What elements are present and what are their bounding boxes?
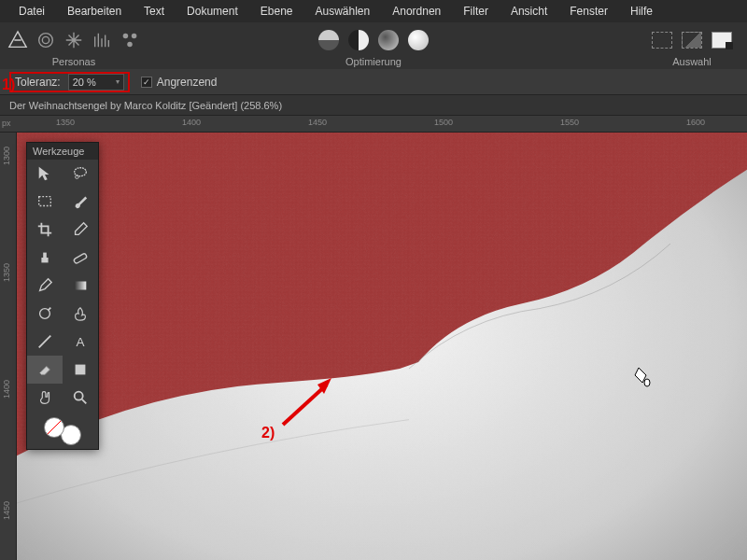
- svg-point-6: [75, 168, 87, 176]
- export-persona-icon[interactable]: [120, 30, 140, 50]
- annotation-2: 2): [261, 425, 275, 441]
- opt-split-icon[interactable]: [318, 30, 339, 50]
- selection-add-icon[interactable]: [682, 32, 702, 49]
- svg-text:A: A: [76, 335, 84, 349]
- menu-datei[interactable]: Datei: [7, 1, 56, 21]
- svg-rect-8: [39, 197, 51, 206]
- selection-new-icon[interactable]: [652, 32, 672, 49]
- svg-point-1: [42, 36, 49, 43]
- persona-bar: Personas Optimierung Auswahl: [0, 22, 747, 69]
- eraser-tool[interactable]: [27, 356, 63, 384]
- menu-hilfe[interactable]: Hilfe: [619, 1, 664, 21]
- menu-dokument[interactable]: Dokument: [176, 1, 249, 21]
- pen-tool[interactable]: [27, 272, 63, 300]
- opt-half-icon[interactable]: [348, 30, 369, 50]
- svg-rect-10: [43, 253, 47, 258]
- tools-panel[interactable]: Werkzeuge A: [26, 142, 99, 450]
- canvas[interactable]: [17, 133, 747, 560]
- zoom-tool[interactable]: [63, 384, 98, 412]
- svg-rect-15: [76, 365, 86, 375]
- svg-line-17: [82, 399, 87, 404]
- dodge-tool[interactable]: [27, 300, 63, 328]
- liquify-persona-icon[interactable]: [35, 30, 56, 50]
- move-tool[interactable]: [27, 160, 63, 188]
- tolerance-input[interactable]: 20 %: [68, 74, 124, 91]
- vector-brush-tool[interactable]: [27, 328, 63, 356]
- paint-brush-tool[interactable]: [63, 188, 98, 216]
- svg-line-18: [283, 385, 327, 425]
- develop-persona-icon[interactable]: [63, 30, 84, 50]
- burn-tool[interactable]: [63, 300, 98, 328]
- optimierung-label: Optimierung: [345, 56, 402, 67]
- tools-header: Werkzeuge: [27, 143, 98, 160]
- crop-tool[interactable]: [27, 216, 63, 244]
- menu-filter[interactable]: Filter: [452, 1, 500, 21]
- opt-shade-icon[interactable]: [378, 30, 399, 50]
- color-picker-tool[interactable]: [63, 216, 98, 244]
- affinity-logo-icon[interactable]: [7, 30, 28, 50]
- marquee-tool[interactable]: [27, 188, 63, 216]
- menu-text[interactable]: Text: [133, 1, 176, 21]
- personas-label: Personas: [52, 56, 95, 67]
- svg-point-16: [75, 392, 83, 400]
- tone-map-persona-icon[interactable]: [92, 30, 112, 50]
- text-tool[interactable]: A: [63, 328, 98, 356]
- ruler-vertical: 1300 1350 1400 1450: [0, 133, 17, 560]
- ruler-horizontal: px 1350 1400 1450 1500 1550 1600: [0, 116, 747, 133]
- clone-tool[interactable]: [27, 244, 63, 272]
- shape-tool[interactable]: [63, 356, 98, 384]
- menu-ebene[interactable]: Ebene: [249, 1, 304, 21]
- foreground-color-well[interactable]: [44, 417, 64, 438]
- svg-rect-9: [41, 258, 48, 262]
- menu-fenster[interactable]: Fenster: [558, 1, 619, 21]
- menu-auswaehlen[interactable]: Auswählen: [303, 1, 381, 21]
- annotation-arrow-icon: [275, 373, 341, 429]
- annotation-1: 1): [2, 77, 15, 93]
- auswahl-label: Auswahl: [672, 56, 712, 67]
- svg-point-5: [644, 379, 650, 386]
- svg-rect-12: [75, 282, 87, 290]
- menu-ansicht[interactable]: Ansicht: [500, 1, 558, 21]
- lasso-tool[interactable]: [63, 160, 98, 188]
- tolerance-highlight: Toleranz: 20 %: [9, 72, 130, 92]
- menu-bar: Datei Bearbeiten Text Dokument Ebene Aus…: [0, 0, 747, 22]
- selection-refine-icon[interactable]: [712, 32, 732, 49]
- svg-point-0: [39, 34, 53, 48]
- svg-point-4: [127, 42, 133, 48]
- flood-fill-cursor-icon: [633, 366, 652, 388]
- gradient-tool[interactable]: [63, 272, 98, 300]
- tolerance-label: Toleranz:: [15, 76, 61, 89]
- document-title-bar: Der Weihnachtsengel by Marco Kolditz [Ge…: [0, 95, 747, 116]
- heal-brush-tool[interactable]: [63, 244, 98, 272]
- context-toolbar: Toleranz: 20 % ✓ Angrenzend: [0, 69, 747, 95]
- contiguous-label: Angrenzend: [157, 76, 218, 89]
- svg-rect-11: [73, 253, 87, 264]
- color-wells[interactable]: [27, 412, 98, 449]
- svg-point-3: [132, 34, 137, 39]
- svg-point-2: [123, 34, 129, 39]
- menu-anordnen[interactable]: Anordnen: [381, 1, 452, 21]
- menu-bearbeiten[interactable]: Bearbeiten: [56, 1, 133, 21]
- opt-full-icon[interactable]: [408, 30, 429, 50]
- hand-tool[interactable]: [27, 384, 63, 412]
- contiguous-checkbox[interactable]: ✓ Angrenzend: [141, 76, 218, 89]
